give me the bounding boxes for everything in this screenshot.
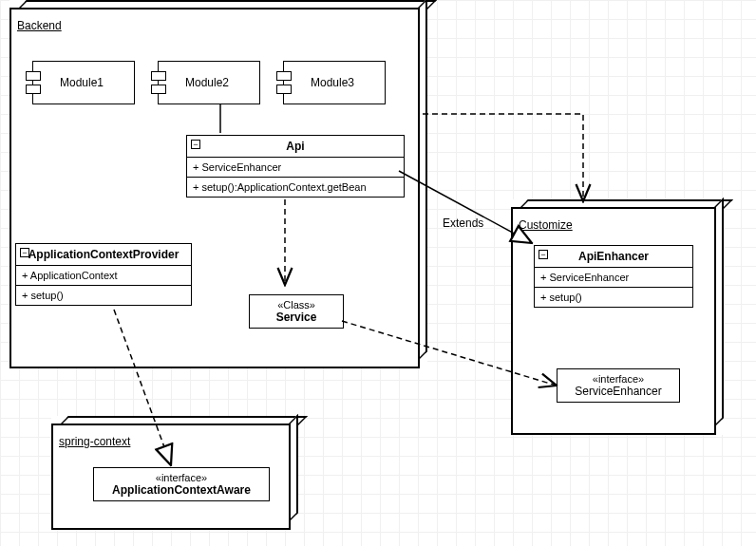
class-api-attr: + ServiceEnhancer [187,158,404,178]
package-customize-label: Customize [519,218,573,232]
label-extends: Extends [443,217,483,230]
component-module3-label: Module3 [311,76,354,89]
collapse-icon: − [20,248,29,257]
class-service-name: Service [276,311,317,324]
class-appctxaware: «interface» ApplicationContextAware [93,467,270,501]
class-appctxprovider-name: ApplicationContextProvider [28,248,180,261]
class-api: − Api + ServiceEnhancer + setup():Applic… [186,135,405,198]
collapse-icon: − [191,140,200,149]
class-apienhancer-op: + setup() [535,288,692,307]
class-appctxaware-stereo: «interface» [100,472,263,483]
component-module2: Module2 [158,61,260,104]
package-customize: Customize − ApiEnhancer + ServiceEnhance… [511,199,724,435]
class-apienhancer-name: ApiEnhancer [578,250,649,263]
class-service: «Class» Service [249,294,344,329]
class-api-op: + setup():ApplicationContext.getBean [187,178,404,197]
class-apienhancer-attr: + ServiceEnhancer [535,268,692,288]
class-appctxaware-name: ApplicationContextAware [112,483,251,497]
class-serviceenhancer-name: ServiceEnhancer [575,385,661,398]
class-serviceenhancer-stereo: «interface» [563,373,673,385]
component-module1-label: Module1 [60,76,104,89]
class-appctxprovider-attr: + ApplicationContext [16,266,191,286]
class-apienhancer: − ApiEnhancer + ServiceEnhancer + setup(… [534,245,693,308]
package-backend-label: Backend [17,19,62,32]
component-module1: Module1 [32,61,135,104]
class-api-name: Api [286,140,304,153]
class-service-stereo: «Class» [255,299,337,311]
package-backend: Backend Module1 Module2 Module3 − Api + … [9,0,427,368]
component-module3: Module3 [283,61,386,104]
class-appctxprovider: − ApplicationContextProvider + Applicati… [15,243,192,306]
collapse-icon: − [539,250,548,259]
class-serviceenhancer: «interface» ServiceEnhancer [557,368,680,403]
component-module2-label: Module2 [185,76,229,89]
package-springcontext: spring-context «interface» ApplicationCo… [51,416,298,530]
package-springcontext-label: spring-context [59,435,130,448]
class-appctxprovider-op: + setup() [16,286,191,305]
connector-backend-customize [423,114,583,201]
